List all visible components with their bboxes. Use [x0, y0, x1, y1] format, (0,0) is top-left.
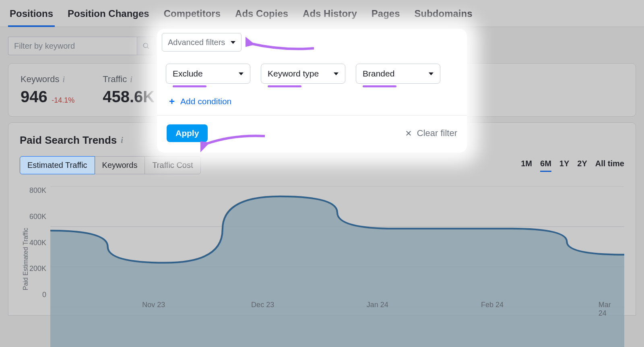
keyword-filter-input[interactable]	[8, 37, 137, 55]
chevron-down-icon	[239, 72, 244, 75]
advanced-filters-label: Advanced filters	[168, 38, 225, 47]
metric-traffic: Traffic i 458.6K	[103, 74, 155, 106]
condition-value-select[interactable]: Branded	[356, 64, 440, 84]
info-icon[interactable]: i	[63, 75, 65, 84]
metric-traffic-value: 458.6K	[103, 88, 155, 105]
condition-field-select[interactable]: Keyword type	[261, 64, 345, 84]
tab-ads-copies[interactable]: Ads Copies	[233, 4, 290, 27]
chart-area: Paid Estimated Traffic 800K 600K 400K 20…	[20, 186, 624, 315]
metric-traffic-label: Traffic	[103, 74, 127, 85]
trend-metric-segmented: Estimated Traffic Keywords Traffic Cost	[20, 156, 201, 174]
condition-include-exclude-select[interactable]: Exclude	[166, 64, 250, 84]
y-tick: 600K	[29, 213, 46, 221]
metric-keywords: Keywords i 946 -14.1%	[21, 74, 74, 106]
chevron-down-icon	[231, 41, 235, 44]
x-ticks: Nov 23Dec 23Jan 24Feb 24Mar 24	[50, 301, 624, 315]
x-tick: Nov 23	[142, 301, 165, 309]
metric-keywords-value: 946	[21, 88, 47, 105]
x-tick: Mar 24	[599, 301, 616, 318]
range-6m[interactable]: 6M	[540, 159, 551, 172]
tab-competitors[interactable]: Competitors	[162, 4, 222, 27]
tab-subdomains[interactable]: Subdomains	[413, 4, 474, 27]
close-icon	[405, 130, 412, 137]
chevron-down-icon	[334, 72, 339, 75]
add-condition-button[interactable]: + Add condition	[157, 94, 467, 115]
tab-pages[interactable]: Pages	[370, 4, 402, 27]
select-value: Exclude	[173, 69, 203, 78]
area-chart	[50, 186, 624, 347]
seg-traffic-cost[interactable]: Traffic Cost	[144, 156, 200, 174]
chart-plot[interactable]: Nov 23Dec 23Jan 24Feb 24Mar 24	[50, 186, 624, 315]
seg-keywords[interactable]: Keywords	[95, 156, 145, 174]
y-tick: 800K	[29, 186, 46, 195]
info-icon[interactable]: i	[130, 75, 132, 84]
range-1m[interactable]: 1M	[521, 159, 532, 172]
metric-keywords-delta: -14.1%	[52, 96, 74, 104]
range-1y[interactable]: 1Y	[559, 159, 569, 172]
clear-filter-label: Clear filter	[417, 128, 457, 138]
clear-filter-button[interactable]: Clear filter	[405, 128, 457, 138]
search-wrap	[8, 37, 155, 55]
tab-position-changes[interactable]: Position Changes	[66, 4, 151, 27]
y-tick: 0	[29, 291, 46, 299]
tab-positions[interactable]: Positions	[8, 4, 55, 27]
x-tick: Jan 24	[367, 301, 388, 309]
plus-icon: +	[169, 96, 175, 107]
apply-button[interactable]: Apply	[167, 124, 208, 142]
y-axis-label: Paid Estimated Traffic	[20, 186, 29, 315]
advanced-filters-button-spot[interactable]: Advanced filters	[162, 33, 242, 52]
advanced-filters-popover: Advanced filters Exclude Keyword type Br…	[157, 29, 467, 153]
time-range-group: 1M 6M 1Y 2Y All time	[521, 159, 624, 172]
svg-point-0	[143, 43, 148, 48]
trends-title: Paid Search Trends	[20, 134, 117, 147]
info-icon[interactable]: i	[121, 136, 123, 145]
select-value: Branded	[363, 69, 394, 78]
y-ticks: 800K 600K 400K 200K 0	[29, 186, 50, 315]
search-icon	[142, 42, 150, 50]
seg-estimated-traffic[interactable]: Estimated Traffic	[20, 156, 95, 174]
y-tick: 200K	[29, 264, 46, 273]
x-tick: Feb 24	[481, 301, 504, 309]
search-button[interactable]	[137, 37, 155, 55]
select-value: Keyword type	[268, 69, 319, 78]
tabs-bar: Positions Position Changes Competitors A…	[0, 0, 644, 27]
add-condition-label: Add condition	[180, 97, 231, 106]
y-tick: 400K	[29, 239, 46, 247]
chevron-down-icon	[429, 72, 433, 75]
tab-ads-history[interactable]: Ads History	[301, 4, 359, 27]
range-all-time[interactable]: All time	[595, 159, 624, 172]
x-tick: Dec 23	[251, 301, 274, 309]
range-2y[interactable]: 2Y	[577, 159, 587, 172]
svg-line-1	[147, 47, 149, 49]
metric-keywords-label: Keywords	[21, 74, 60, 85]
